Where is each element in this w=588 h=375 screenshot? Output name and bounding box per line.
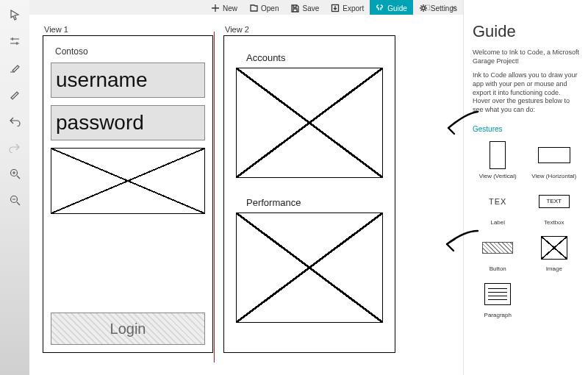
- gesture-label: View (Horizontal): [531, 173, 576, 179]
- guide-button[interactable]: Guide: [370, 0, 413, 16]
- export-button[interactable]: Export: [325, 0, 370, 16]
- image-placeholder[interactable]: [51, 148, 205, 214]
- undo-icon[interactable]: [7, 113, 22, 128]
- guide-intro-2: Ink to Code allows you to draw your app …: [473, 71, 579, 114]
- view-1: View 1 Contoso username password Login: [43, 25, 213, 369]
- rect-vertical-icon: [490, 141, 506, 169]
- image-sample-icon: [541, 236, 567, 260]
- gesture-view-vertical[interactable]: View (Vertical): [473, 140, 523, 179]
- zoom-in-icon[interactable]: [7, 166, 22, 181]
- gestures-heading: Gestures: [473, 125, 579, 133]
- save-button[interactable]: Save: [284, 0, 325, 16]
- textbox-sample-icon: TEXT: [539, 195, 570, 208]
- username-field[interactable]: username: [51, 63, 205, 98]
- design-canvas[interactable]: View 1 Contoso username password Login V…: [29, 15, 463, 375]
- settings-button[interactable]: Settings: [413, 0, 463, 16]
- gesture-view-horizontal[interactable]: View (Horizontal): [529, 140, 580, 179]
- eraser-tool-icon[interactable]: [7, 60, 22, 75]
- login-label: Login: [110, 321, 146, 338]
- rect-horizontal-icon: [538, 147, 570, 163]
- gesture-paragraph[interactable]: Paragraph: [473, 279, 523, 318]
- section-performance-label: Performance: [246, 197, 387, 208]
- annotation-arrow-icon: [437, 109, 481, 138]
- username-text: username: [56, 68, 148, 92]
- new-button[interactable]: New: [205, 0, 243, 16]
- top-command-bar: New Open Save Export Guide Settings: [205, 0, 463, 16]
- gesture-textbox[interactable]: TEXTTextbox: [529, 187, 580, 226]
- button-sample-icon: [482, 242, 513, 254]
- image-placeholder[interactable]: [236, 68, 383, 178]
- main-area: New Open Save Export Guide Settings — ☐ …: [29, 0, 463, 375]
- sliders-tool-icon[interactable]: [7, 34, 22, 49]
- window-titlebar: New Open Save Export Guide Settings — ☐ …: [29, 0, 463, 15]
- gesture-label: View (Vertical): [479, 173, 517, 179]
- login-button[interactable]: Login: [51, 312, 205, 345]
- paragraph-sample-icon: [484, 283, 511, 305]
- redo-icon[interactable]: [7, 140, 22, 154]
- svg-point-3: [422, 7, 425, 10]
- gesture-label: Textbox: [544, 219, 564, 226]
- gesture-grid: View (Vertical) View (Horizontal) TEXLab…: [473, 140, 579, 318]
- image-placeholder[interactable]: [236, 213, 383, 323]
- brand-label: Contoso: [55, 46, 205, 57]
- gesture-image[interactable]: Image: [529, 233, 580, 272]
- gesture-label: Paragraph: [484, 312, 512, 318]
- open-button[interactable]: Open: [243, 0, 284, 16]
- guide-intro-1: Welcome to Ink to Code, a Microsoft Gara…: [473, 49, 579, 65]
- zoom-out-icon[interactable]: [7, 193, 22, 207]
- selection-guide-line: [214, 32, 215, 362]
- cmd-label: New: [223, 4, 237, 12]
- cmd-label: Settings: [431, 4, 457, 12]
- gesture-label: Image: [546, 265, 562, 272]
- view-1-label: View 1: [43, 25, 213, 34]
- view-1-frame[interactable]: Contoso username password Login: [43, 35, 213, 353]
- cmd-label: Guide: [387, 4, 407, 12]
- label-sample-icon: TEX: [489, 197, 506, 206]
- cmd-label: Export: [343, 4, 364, 12]
- guide-panel: Guide Welcome to Ink to Code, a Microsof…: [463, 0, 588, 375]
- cmd-label: Save: [302, 4, 319, 12]
- gesture-label-item[interactable]: TEXLabel: [473, 187, 523, 226]
- password-field[interactable]: password: [51, 105, 205, 140]
- view-2-frame[interactable]: Accounts Performance: [223, 35, 395, 353]
- annotation-arrow-icon: [437, 226, 481, 256]
- view-2: View 2 Accounts Performance: [223, 25, 395, 369]
- cursor-tool-icon[interactable]: [7, 7, 22, 22]
- pen-tool-icon[interactable]: [7, 87, 22, 101]
- gesture-label: Button: [490, 265, 506, 272]
- view-2-label: View 2: [223, 25, 395, 34]
- guide-title: Guide: [473, 22, 579, 41]
- cmd-label: Open: [261, 4, 279, 12]
- password-text: password: [56, 111, 144, 135]
- left-toolbar: [0, 0, 29, 375]
- section-accounts-label: Accounts: [246, 52, 387, 63]
- gesture-label: Label: [490, 219, 505, 226]
